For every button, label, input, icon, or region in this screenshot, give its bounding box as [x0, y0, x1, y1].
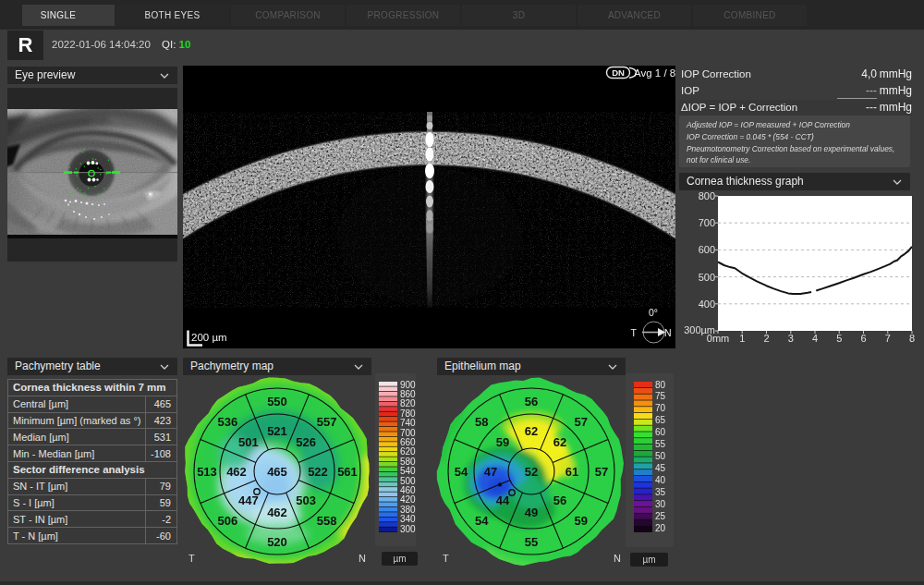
- svg-text:59: 59: [574, 514, 587, 528]
- svg-text:47: 47: [484, 465, 497, 479]
- svg-text:526: 526: [296, 435, 316, 449]
- svg-text:557: 557: [317, 415, 337, 429]
- svg-text:522: 522: [308, 465, 328, 479]
- svg-text:561: 561: [337, 465, 358, 479]
- svg-text:462: 462: [267, 506, 287, 519]
- svg-text:600: 600: [699, 244, 715, 255]
- svg-text:0°: 0°: [649, 307, 658, 318]
- svg-text:54: 54: [455, 465, 468, 479]
- svg-text:58: 58: [475, 415, 488, 429]
- svg-text:3: 3: [788, 333, 794, 344]
- svg-text:465: 465: [267, 465, 287, 479]
- svg-text:447: 447: [238, 494, 259, 507]
- svg-text:1: 1: [739, 333, 745, 344]
- svg-text:0mm: 0mm: [707, 333, 729, 344]
- svg-text:550: 550: [267, 395, 287, 408]
- svg-text:61: 61: [565, 465, 578, 479]
- svg-text:57: 57: [574, 415, 587, 429]
- svg-text:55: 55: [525, 535, 538, 549]
- svg-text:DN: DN: [612, 67, 625, 78]
- svg-text:400: 400: [699, 299, 715, 310]
- svg-text:521: 521: [267, 424, 287, 438]
- svg-text:54: 54: [475, 514, 489, 528]
- svg-text:56: 56: [553, 494, 566, 507]
- svg-text:*: *: [498, 481, 503, 494]
- svg-text:52: 52: [525, 465, 538, 479]
- svg-text:8: 8: [909, 333, 915, 344]
- svg-text:2: 2: [763, 333, 769, 344]
- svg-text:558: 558: [317, 514, 337, 528]
- svg-text:520: 520: [267, 535, 287, 549]
- svg-text:44: 44: [496, 494, 510, 507]
- svg-text:57: 57: [595, 465, 608, 479]
- svg-text:62: 62: [525, 424, 538, 438]
- svg-text:6: 6: [860, 333, 866, 344]
- svg-text:500: 500: [699, 272, 715, 283]
- svg-text:700: 700: [699, 217, 715, 228]
- svg-text:503: 503: [296, 494, 316, 507]
- svg-text:Avg 1 / 8: Avg 1 / 8: [634, 67, 675, 79]
- svg-text:7: 7: [885, 333, 891, 344]
- svg-text:T: T: [631, 327, 638, 338]
- svg-text:536: 536: [217, 415, 237, 429]
- svg-text:800: 800: [699, 190, 715, 201]
- svg-text:513: 513: [197, 465, 217, 479]
- svg-text:5: 5: [836, 333, 842, 344]
- svg-text:462: 462: [226, 465, 247, 479]
- svg-text:506: 506: [217, 514, 237, 528]
- svg-text:59: 59: [496, 435, 509, 449]
- svg-text:N: N: [664, 327, 672, 338]
- svg-text:49: 49: [525, 506, 538, 519]
- svg-text:4: 4: [812, 333, 818, 344]
- svg-text:501: 501: [238, 435, 259, 449]
- svg-text:200 µm: 200 µm: [191, 332, 227, 343]
- svg-text:62: 62: [553, 435, 566, 449]
- svg-text:56: 56: [525, 395, 538, 408]
